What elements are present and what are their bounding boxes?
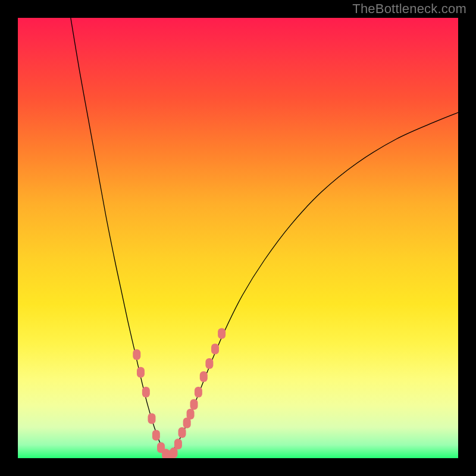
curve-marker <box>178 427 186 438</box>
curve-marker <box>190 399 198 410</box>
plot-area <box>18 18 458 458</box>
curve-marker <box>205 358 213 369</box>
curve-marker <box>133 349 140 360</box>
curve-right-branch <box>168 112 458 456</box>
curve-marker <box>211 343 219 354</box>
curve-marker <box>200 371 208 382</box>
curve-svg <box>18 18 458 458</box>
curve-marker <box>174 439 182 449</box>
curve-marker <box>218 328 226 339</box>
watermark-text: TheBottleneck.com <box>352 1 466 17</box>
curve-marker <box>152 430 160 441</box>
curve-markers <box>133 328 226 458</box>
curve-left-branch <box>71 18 168 456</box>
curve-marker <box>195 387 202 397</box>
curve-marker <box>142 387 150 397</box>
curve-marker <box>187 409 195 419</box>
curve-marker <box>137 367 145 378</box>
curve-marker <box>148 413 155 424</box>
